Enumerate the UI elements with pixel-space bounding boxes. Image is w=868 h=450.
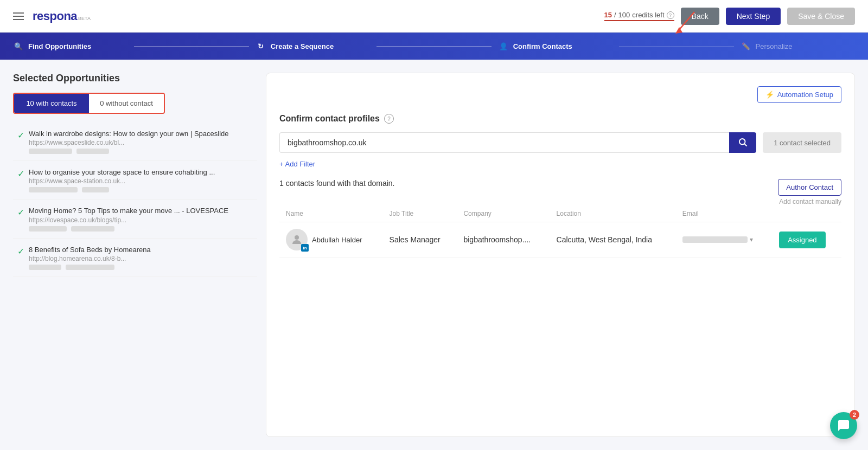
step-confirm-label: Confirm Contacts [513,42,572,50]
job-title-cell: Sales Manager [383,222,457,258]
step-find-opportunities: 🔍 Find Opportunities [13,41,127,52]
step-find-label: Find Opportunities [28,42,91,50]
main-content: Selected Opportunities 10 with contacts … [0,60,868,450]
list-item[interactable]: ✓ How to organise your storage space to … [13,161,257,200]
save-close-button[interactable]: Save & Close [787,8,855,25]
step-sequence-label: Create a Sequence [271,42,334,50]
domain-search-input[interactable] [279,132,729,153]
opp-url: https://www.space-station.co.uk... [29,177,253,185]
add-filter-link[interactable]: + Add Filter [279,160,315,168]
opp-content: Walk in wardrobe designs: How to design … [29,129,253,154]
credits-total: 100 [618,11,630,19]
section-title: Selected Opportunities [13,73,257,84]
panel-header: ⚡ Automation Setup [279,86,841,103]
assigned-button[interactable]: Assigned [779,232,825,248]
step-confirm-contacts: 👤 Confirm Contacts [498,41,612,52]
chat-icon [837,419,850,432]
company: bigbathroomshop.... [463,235,531,244]
author-contact-button[interactable]: Author Contact [778,179,841,196]
credits-underline [604,20,674,21]
opp-title: Moving Home? 5 Top Tips to make your mov… [29,206,253,216]
email-blur: ▾ [682,236,766,243]
progress-bar: 🔍 Find Opportunities ↻ Create a Sequence… [0,33,868,60]
col-action [773,205,841,222]
app-header: respona BETA 15/100 credits left ? Back … [0,0,868,33]
company-cell: bigbathroomshop.... [457,222,550,258]
sequence-icon: ↻ [256,41,266,52]
svg-point-4 [295,235,299,240]
list-item[interactable]: ✓ Walk in wardrobe designs: How to desig… [13,123,257,161]
help-icon: ? [384,114,394,124]
opp-content: Moving Home? 5 Top Tips to make your mov… [29,206,253,231]
automation-setup-button[interactable]: ⚡ Automation Setup [757,86,841,103]
right-panel: ⚡ Automation Setup Confirm contact profi… [266,73,855,437]
job-title: Sales Manager [390,235,441,244]
add-manually-text[interactable]: Add contact manually [778,198,841,205]
opp-url: https://www.spaceslide.co.uk/bl... [29,139,253,146]
chat-badge: 2 [850,410,859,420]
table-row: in Abdullah Halder Sales Manager bigbath… [279,222,841,258]
hamburger-icon[interactable] [13,12,24,20]
contacts-table: Name Job Title Company Location Email [279,205,841,258]
svg-line-3 [745,144,747,146]
opp-content: How to organise your storage space to en… [29,168,253,192]
chevron-down-icon[interactable]: ▾ [750,236,753,243]
opp-blurred [29,226,253,232]
avatar: in [286,229,308,250]
automation-label: Automation Setup [777,91,833,99]
col-email: Email [676,205,773,222]
location: Calcutta, West Bengal, India [557,235,652,244]
email-cell: ▾ [676,222,773,258]
check-icon: ✓ [17,169,24,179]
opp-url: https://lovespace.co.uk/blogs/tip... [29,216,253,224]
opp-title: 8 Benefits of Sofa Beds by Homearena [29,245,253,255]
step-line-1 [134,46,248,47]
tab-with-contacts[interactable]: 10 with contacts [14,94,89,113]
back-button[interactable]: Back [681,8,719,25]
edit-icon: ✏️ [741,41,751,52]
step-create-sequence: ↻ Create a Sequence [256,41,370,52]
col-location: Location [550,205,676,222]
confirm-header: Confirm contact profiles ? [279,114,841,124]
search-row: 1 contact selected [279,132,841,153]
contact-name-cell: in Abdullah Halder [279,222,383,258]
credits-label: 15/100 credits left ? [604,11,674,19]
list-item[interactable]: ✓ Moving Home? 5 Top Tips to make your m… [13,200,257,238]
contacts-selected-button[interactable]: 1 contact selected [763,132,841,153]
opportunities-list: ✓ Walk in wardrobe designs: How to desig… [13,123,257,277]
avatar-cell: in Abdullah Halder [286,229,376,250]
header-right: 15/100 credits left ? Back Next Step Sav… [604,8,855,25]
chat-bubble[interactable]: 2 [830,412,857,439]
search-button[interactable] [729,132,756,153]
linkedin-badge: in [301,244,309,252]
col-name: Name [279,205,383,222]
step-personalize: ✏️ Personalize [741,41,855,52]
contacts-found-row: 1 contacts found with that domain. Autho… [279,179,841,205]
credits-used: 15 [604,11,612,19]
opp-blurred [29,149,253,154]
tabs-container: 10 with contacts 0 without contact [13,93,165,114]
opp-title: How to organise your storage space to en… [29,168,253,177]
status-cell: Assigned [773,222,841,258]
check-icon: ✓ [17,130,24,140]
contacts-found-text: 1 contacts found with that domain. [279,179,394,188]
next-step-button[interactable]: Next Step [726,8,781,25]
tab-without-contact[interactable]: 0 without contact [89,94,164,113]
logo-beta: BETA [78,16,91,21]
credits-text: credits left [632,11,664,19]
automation-icon: ⚡ [765,91,774,99]
credits-slash: / [614,11,616,19]
contact-name: Abdullah Halder [312,236,362,244]
contacts-icon: 👤 [498,41,509,52]
progress-steps: 🔍 Find Opportunities ↻ Create a Sequence… [13,41,855,52]
left-panel: Selected Opportunities 10 with contacts … [13,73,257,437]
step-line-2 [376,46,491,47]
svg-point-2 [739,139,745,145]
check-icon: ✓ [17,207,24,217]
logo-text: respona [33,9,77,23]
list-item[interactable]: ✓ 8 Benefits of Sofa Beds by Homearena h… [13,239,257,277]
check-icon: ✓ [17,246,24,256]
step-personalize-label: Personalize [756,42,793,50]
opp-blurred [29,187,253,192]
opp-content: 8 Benefits of Sofa Beds by Homearena htt… [29,245,253,270]
